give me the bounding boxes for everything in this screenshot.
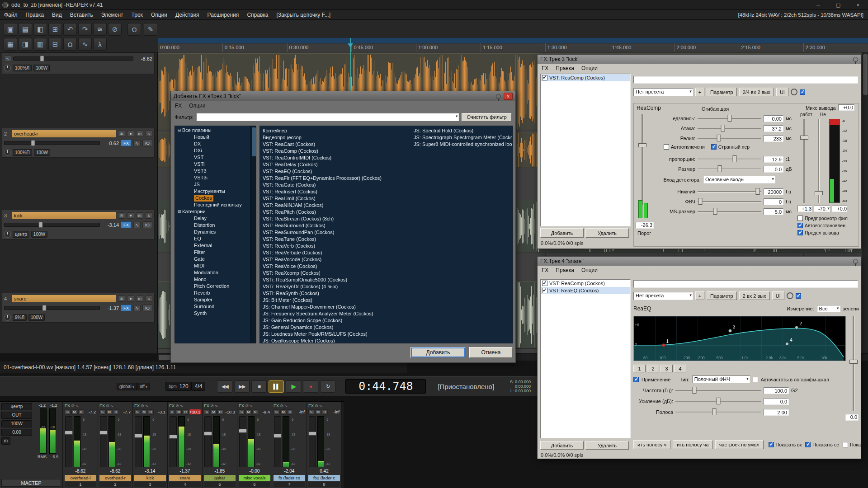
tree-expander-icon[interactable] bbox=[188, 134, 194, 141]
eq-graph[interactable]: +60 601002003005001.0k2.0k3.0k5.0k10k 13… bbox=[633, 316, 846, 361]
mute-button[interactable]: m bbox=[136, 212, 143, 219]
tree-item[interactable]: Reverb bbox=[176, 290, 250, 296]
strip-fx-button[interactable]: FX bbox=[134, 403, 140, 408]
options-menu[interactable]: Опции bbox=[581, 267, 598, 273]
plugin-list-item[interactable]: VST: ReaStream (Cockos) (8ch) bbox=[263, 216, 412, 222]
plugin-list-item[interactable]: VST: ReaSurround (Cockos) bbox=[263, 222, 412, 229]
strip-name[interactable]: fb (fader co bbox=[274, 475, 305, 481]
eq-output-fader[interactable] bbox=[849, 316, 858, 411]
gain-slider[interactable] bbox=[675, 398, 761, 405]
param-slider[interactable] bbox=[698, 155, 761, 163]
fx-add-button[interactable]: Добавить bbox=[540, 228, 584, 238]
strip-fx-button[interactable]: FX bbox=[99, 403, 105, 408]
phase-icon[interactable]: ⊘ bbox=[106, 404, 109, 408]
track-row[interactable]: 4 snare ≋ ● m s -1.37 FX ∿ IO bbox=[2, 293, 155, 323]
tree-item[interactable]: Новый bbox=[176, 134, 250, 141]
strip-fader[interactable] bbox=[135, 416, 142, 467]
plugin-list-item[interactable]: JS: Frequency Spectrum Analyzer Meter (C… bbox=[263, 310, 412, 317]
param-slider[interactable] bbox=[698, 208, 761, 215]
strip-fader[interactable] bbox=[65, 416, 72, 467]
tree-item[interactable]: Mono bbox=[176, 276, 250, 283]
plugin-list-item[interactable]: VST: ReaTune (Cockos) bbox=[263, 236, 412, 243]
fx-bypass-checkbox[interactable] bbox=[800, 89, 805, 95]
plugin-list-item[interactable]: VST: ReaPitch (Cockos) bbox=[263, 209, 412, 216]
envelope-icon[interactable]: ∿ bbox=[133, 222, 141, 228]
plugin-list-item[interactable]: JS: Spectrograph Spectrogram Meter (Cock… bbox=[414, 134, 512, 141]
plugin-list-item[interactable]: VST: ReaEQ (Cockos) bbox=[263, 168, 412, 175]
tree-expander-icon[interactable] bbox=[188, 141, 194, 147]
automation-global-selector[interactable]: global bbox=[117, 383, 137, 390]
tree-item[interactable]: EQ bbox=[176, 235, 250, 242]
pin-icon[interactable] bbox=[853, 57, 858, 62]
tree-expander-icon[interactable] bbox=[188, 303, 194, 310]
toolbar-button[interactable]: ↶ bbox=[63, 23, 77, 36]
mute-button[interactable]: M bbox=[245, 409, 251, 415]
envelope-icon[interactable]: ∿ bbox=[133, 305, 141, 311]
automation-mode-selector[interactable]: off bbox=[137, 383, 150, 390]
tree-item[interactable]: Pitch Correction bbox=[176, 283, 250, 290]
mixer-strip[interactable]: FX ⊘ ∿ S M R -10.3 -6-18 bbox=[203, 402, 237, 488]
option-checkbox[interactable]: Показать се bbox=[805, 442, 839, 447]
toolbar-button[interactable]: ✎ bbox=[144, 23, 157, 36]
fx-button[interactable]: FX bbox=[121, 221, 132, 228]
toolbar-button[interactable]: ◨ bbox=[19, 38, 32, 51]
route-icon[interactable]: ≋ bbox=[118, 296, 125, 302]
menu-item[interactable]: Опции bbox=[147, 12, 171, 18]
route-icon[interactable]: ≋ bbox=[118, 131, 125, 137]
bandwidth-value[interactable]: 2.00 bbox=[764, 409, 789, 416]
plugin-category-tree[interactable]: ⊟ Все плагины Новый DX bbox=[175, 126, 250, 343]
solo-button[interactable]: S bbox=[204, 409, 210, 415]
eq-band-handle[interactable]: 1 bbox=[662, 343, 665, 347]
pin-icon[interactable] bbox=[496, 94, 501, 99]
tree-scrollbar[interactable] bbox=[250, 126, 256, 343]
solo-button[interactable]: s bbox=[145, 212, 152, 219]
toolbar-button[interactable]: ⊘ bbox=[108, 23, 122, 36]
phase-icon[interactable]: ⊘ bbox=[175, 404, 179, 408]
tree-expander-icon[interactable] bbox=[188, 235, 194, 242]
master-fader-value[interactable]: 0.00 bbox=[1, 429, 32, 436]
recarm-button[interactable]: R bbox=[148, 409, 154, 415]
toolbar-button[interactable]: ⊞ bbox=[48, 23, 62, 36]
bpm-box[interactable]: bpm 120 bbox=[165, 382, 192, 391]
strip-fader[interactable] bbox=[100, 416, 107, 467]
threshold-fader[interactable] bbox=[638, 114, 646, 205]
option-checkbox[interactable]: Предпросмотр фил bbox=[797, 216, 848, 221]
param-slider[interactable] bbox=[698, 125, 761, 132]
fx-add-button[interactable]: Добавить bbox=[540, 441, 584, 450]
tree-expander-icon[interactable] bbox=[188, 154, 194, 161]
threshold-value[interactable]: -26.3 bbox=[636, 222, 654, 229]
ui-toggle-button[interactable]: UI bbox=[776, 88, 788, 96]
tree-expander-icon[interactable] bbox=[188, 296, 194, 303]
fx-chain-list[interactable]: VST: ReaComp (Cockos) bbox=[540, 74, 631, 226]
tree-item[interactable]: Sampler bbox=[176, 296, 250, 303]
master-strip[interactable]: центр OUT 100W 0.00 m -1.2 -1.2 -18 -18 bbox=[0, 402, 63, 488]
transport-button[interactable]: ▶▶ bbox=[234, 380, 250, 393]
clear-filter-button[interactable]: Очистить фильтр bbox=[462, 113, 512, 122]
eq-band-tab[interactable]: 3 bbox=[660, 365, 673, 372]
tree-item[interactable]: MIDI bbox=[176, 263, 250, 269]
phase-icon[interactable]: ⊘ bbox=[280, 404, 283, 408]
fx-comment-field[interactable] bbox=[633, 280, 858, 288]
recarm-button[interactable]: R bbox=[217, 409, 223, 415]
toolbar-button[interactable]: ◧ bbox=[33, 23, 47, 36]
plugin-list-item[interactable]: VSTi: ReaSynth (Cockos) bbox=[263, 290, 412, 297]
fx-button[interactable]: FX bbox=[121, 305, 132, 311]
mute-button[interactable]: M bbox=[176, 409, 182, 415]
io-routing-button[interactable]: 2/4 вх 2 вых bbox=[739, 88, 774, 96]
plugin-list-item[interactable]: JS: Super8 MIDI-controlled synchronized … bbox=[414, 141, 512, 148]
wet-dry-knob[interactable] bbox=[787, 292, 793, 299]
mixer-strip[interactable]: FX ⊘ ∿ S M R +10.1 -6-18 bbox=[168, 402, 203, 488]
mixer-strip[interactable]: FX ⊘ ∿ S M R -3.1 -6-18 bbox=[133, 402, 168, 488]
plugin-list-item[interactable]: JS: Bit Meter (Cockos) bbox=[263, 297, 412, 304]
menu-item[interactable]: Вид bbox=[48, 12, 66, 18]
fx-chain-item[interactable]: VST: ReaComp (Cockos) bbox=[541, 74, 630, 81]
solo-button[interactable]: S bbox=[274, 409, 279, 415]
tree-item[interactable]: Gate bbox=[176, 256, 250, 263]
gain-value[interactable]: 0.0 bbox=[764, 398, 789, 405]
tree-item[interactable]: ⊟ Категории bbox=[176, 208, 250, 215]
plugin-list-item[interactable]: Видеопроцессор bbox=[263, 134, 412, 141]
menu-item[interactable]: [Закрыть цепочку F...] bbox=[272, 12, 335, 18]
pin-icon[interactable] bbox=[853, 259, 858, 264]
io-button[interactable]: IO bbox=[142, 221, 152, 228]
tree-expander-icon[interactable] bbox=[188, 215, 194, 222]
